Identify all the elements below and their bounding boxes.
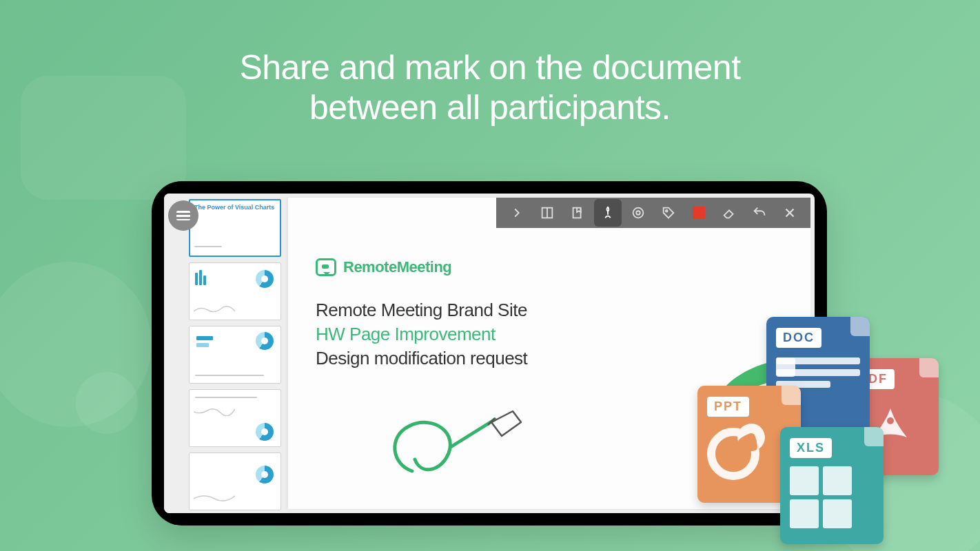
close-button[interactable] bbox=[776, 199, 804, 227]
svg-point-5 bbox=[666, 210, 668, 212]
next-button[interactable] bbox=[503, 199, 531, 227]
svg-point-4 bbox=[636, 211, 640, 215]
slide-thumb-4[interactable] bbox=[189, 389, 281, 447]
svg-point-3 bbox=[633, 208, 644, 218]
slide-thumb-2[interactable] bbox=[189, 262, 281, 320]
slide-thumb-1[interactable]: The Power of Visual Charts bbox=[189, 199, 281, 257]
svg-point-6 bbox=[887, 417, 894, 424]
file-xls-label: XLS bbox=[790, 438, 832, 458]
slide-thumbnails: The Power of Visual Charts bbox=[164, 194, 288, 513]
target-button[interactable] bbox=[624, 199, 652, 227]
file-ppt-label: PPT bbox=[707, 397, 749, 417]
file-types-cluster: DOC PDF PPT XLS bbox=[677, 317, 925, 523]
pie-icon bbox=[707, 428, 759, 480]
annotation-scribble bbox=[385, 406, 536, 481]
file-doc-label: DOC bbox=[776, 328, 821, 348]
brand-label: RemoteMeeting bbox=[343, 258, 451, 276]
slide-thumb-3[interactable] bbox=[189, 326, 281, 384]
color-swatch-icon bbox=[693, 207, 705, 219]
layout-button[interactable] bbox=[533, 199, 561, 227]
color-button[interactable] bbox=[685, 199, 713, 227]
bg-circle-2 bbox=[76, 372, 138, 434]
tag-button[interactable] bbox=[655, 199, 682, 227]
file-xls: XLS bbox=[780, 427, 884, 544]
slide-thumb-title: The Power of Visual Charts bbox=[194, 205, 276, 211]
hero-line-1: Share and mark on the document bbox=[239, 48, 740, 87]
hero-line-2: between all participants. bbox=[309, 88, 671, 127]
annotation-toolbar bbox=[496, 198, 810, 228]
grid-icon bbox=[790, 466, 852, 528]
brand-logo: RemoteMeeting bbox=[316, 258, 783, 276]
menu-button[interactable] bbox=[168, 200, 198, 231]
undo-button[interactable] bbox=[746, 199, 773, 227]
chat-icon bbox=[316, 258, 336, 276]
bg-square-1 bbox=[21, 76, 186, 200]
eraser-button[interactable] bbox=[715, 199, 743, 227]
draw-button[interactable] bbox=[594, 199, 622, 227]
bookmark-button[interactable] bbox=[564, 199, 591, 227]
slide-thumb-5[interactable] bbox=[189, 453, 281, 510]
